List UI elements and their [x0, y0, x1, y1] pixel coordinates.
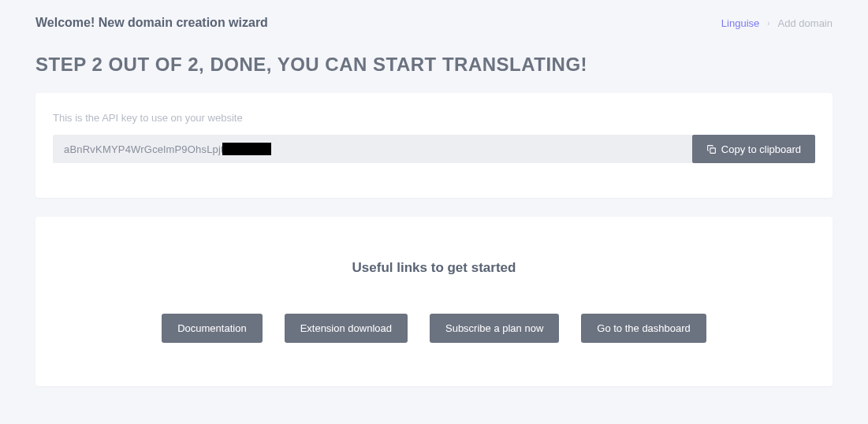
documentation-button[interactable]: Documentation: [162, 314, 262, 343]
svg-rect-0: [710, 147, 716, 153]
page-title: Welcome! New domain creation wizard: [35, 16, 268, 30]
api-key-value: aBnRvKMYP4WrGcelmP9OhsLpjt: [64, 143, 224, 155]
useful-links-card: Useful links to get started Documentatio…: [35, 217, 833, 386]
step-heading: STEP 2 OUT OF 2, DONE, YOU CAN START TRA…: [35, 54, 833, 76]
api-key-card: This is the API key to use on your websi…: [35, 93, 833, 198]
api-key-row: aBnRvKMYP4WrGcelmP9OhsLpjt Copy to clipb…: [53, 135, 815, 163]
chevron-right-icon: ›: [767, 19, 769, 28]
breadcrumb-link-linguise[interactable]: Linguise: [721, 17, 759, 29]
copy-icon: [706, 144, 717, 154]
go-to-dashboard-button[interactable]: Go to the dashboard: [581, 314, 706, 343]
useful-links-title: Useful links to get started: [53, 260, 815, 276]
useful-links-row: Documentation Extension download Subscri…: [53, 314, 815, 343]
extension-download-button[interactable]: Extension download: [285, 314, 408, 343]
redacted-block: [222, 143, 271, 155]
api-key-box: aBnRvKMYP4WrGcelmP9OhsLpjt: [53, 135, 692, 163]
copy-button-label: Copy to clipboard: [721, 143, 801, 155]
subscribe-plan-button[interactable]: Subscribe a plan now: [430, 314, 559, 343]
header-row: Welcome! New domain creation wizard Ling…: [35, 16, 833, 30]
api-key-label: This is the API key to use on your websi…: [53, 112, 815, 124]
breadcrumb: Linguise › Add domain: [721, 17, 833, 29]
copy-to-clipboard-button[interactable]: Copy to clipboard: [692, 135, 815, 163]
breadcrumb-current: Add domain: [778, 17, 833, 29]
